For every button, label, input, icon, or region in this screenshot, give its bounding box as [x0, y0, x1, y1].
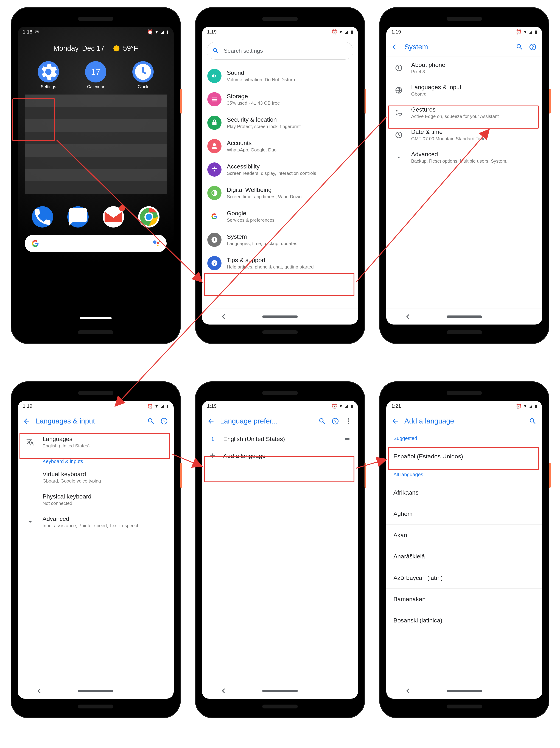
search-button[interactable] [318, 417, 327, 425]
row-sub: Input assistance, Pointer speed, Text-to… [43, 523, 168, 529]
back-button[interactable] [23, 417, 31, 425]
search-placeholder: Search settings [224, 48, 348, 54]
chevron-down-icon [23, 518, 37, 526]
app-settings[interactable]: Settings [36, 61, 61, 89]
lang-item[interactable]: Anarâškielâ [386, 546, 542, 567]
system-screen: 1:19 ⏰▾◢▮ System ? About phone Pixel 3 L… [386, 27, 542, 325]
lang-input-list[interactable]: Languages English (United States) Keyboa… [18, 431, 174, 683]
back-button[interactable] [207, 417, 216, 425]
nav-home-pill[interactable] [446, 315, 482, 318]
row-add-language[interactable]: Add a language [202, 447, 358, 464]
system-row-about-phone[interactable]: About phone Pixel 3 [386, 57, 542, 79]
nav-back-button[interactable] [404, 313, 412, 321]
settings-row-tips-support[interactable]: ? Tips & support Help articles, phone & … [202, 252, 358, 275]
row-title: Google [227, 210, 352, 217]
nav-home-pill[interactable] [446, 689, 482, 692]
back-button[interactable] [391, 43, 400, 51]
settings-row-google[interactable]: Google Services & preferences [202, 205, 358, 228]
settings-row-security-location[interactable]: Security & location Play Protect, screen… [202, 111, 358, 135]
row-current-language[interactable]: 1 English (United States) [202, 431, 358, 447]
lang-suggested[interactable]: Español (Estados Unidos) [386, 446, 542, 467]
app-clock[interactable]: Clock [130, 61, 155, 89]
row-title: Gestures [411, 106, 537, 113]
section-keyboard: Keyboard & inputs [18, 453, 174, 466]
system-row-advanced[interactable]: Advanced Backup, Reset options, Multiple… [386, 146, 542, 168]
svg-point-21 [396, 114, 397, 115]
dock-gmail[interactable] [103, 206, 124, 228]
row-sub: Not connected [43, 500, 168, 506]
a11y-icon [208, 162, 221, 177]
dock-chrome[interactable] [138, 206, 160, 228]
assistant-icon [152, 239, 160, 248]
settings-row-accounts[interactable]: Accounts WhatsApp, Google, Duo [202, 135, 358, 158]
settings-row-digital-wellbeing[interactable]: Digital Wellbeing Screen time, app timer… [202, 181, 358, 205]
search-button[interactable] [516, 43, 524, 51]
dock-phone[interactable] [32, 206, 53, 228]
row-sub: 35% used · 41.43 GB free [227, 100, 352, 106]
nav-back-button[interactable] [220, 313, 227, 321]
alarm-icon: ⏰ [516, 30, 521, 34]
globe-icon [392, 86, 406, 94]
system-nav-bar [386, 683, 542, 699]
settings-list[interactable]: Sound Volume, vibration, Do Not Disturb … [202, 64, 358, 308]
nav-back-button[interactable] [220, 687, 227, 695]
help-button[interactable]: ? [529, 43, 537, 51]
home-screen: 1:18 ✉ ⏰ ▾ ◢ ▮ Monday, Dec 17 | 59°F Set… [18, 27, 174, 325]
system-row-date-time[interactable]: Date & time GMT-07:00 Mountain Standard … [386, 124, 542, 146]
svg-point-29 [348, 423, 349, 424]
row-title: Digital Wellbeing [227, 186, 352, 193]
system-row-languages-input[interactable]: Languages & input Gboard [386, 79, 542, 101]
settings-search[interactable]: Search settings [206, 42, 354, 60]
lang-item[interactable]: Afrikaans [386, 482, 542, 503]
row-title: Accessibility [227, 163, 352, 170]
row-title: About phone [411, 61, 537, 68]
back-button[interactable] [391, 417, 400, 425]
lang-item[interactable]: Bamanakan [386, 589, 542, 610]
row-languages[interactable]: Languages English (United States) [18, 431, 174, 453]
svg-point-6 [157, 245, 159, 246]
lang-item[interactable]: Azərbaycan (latın) [386, 567, 542, 588]
nav-home-pill[interactable] [78, 689, 114, 692]
settings-row-storage[interactable]: Storage 35% used · 41.43 GB free [202, 88, 358, 111]
settings-row-accessibility[interactable]: Accessibility Screen readers, display, i… [202, 158, 358, 181]
help-button[interactable]: ? [332, 417, 340, 425]
system-nav-bar [202, 308, 358, 325]
row-title: Accounts [227, 140, 352, 146]
svg-text:?: ? [532, 45, 534, 49]
language-pref-list[interactable]: 1 English (United States) Add a language [202, 431, 358, 683]
row-advanced[interactable]: Advanced Input assistance, Pointer speed… [18, 511, 174, 533]
search-button[interactable] [529, 417, 537, 425]
settings-row-sound[interactable]: Sound Volume, vibration, Do Not Disturb [202, 64, 358, 88]
row-title: Tips & support [227, 257, 352, 263]
system-list[interactable]: About phone Pixel 3 Languages & input Gb… [386, 57, 542, 308]
info-icon [208, 233, 221, 247]
language-list[interactable]: Suggested Español (Estados Unidos) All l… [386, 431, 542, 683]
status-time: 1:19 [207, 29, 217, 35]
settings-row-system[interactable]: System Languages, time, backup, updates [202, 228, 358, 252]
nav-back-button[interactable] [35, 687, 43, 695]
lang-item[interactable]: Akan [386, 524, 542, 546]
google-search-bar[interactable] [25, 235, 167, 252]
home-date-weather[interactable]: Monday, Dec 17 | 59°F [18, 44, 174, 52]
system-row-gestures[interactable]: Gestures Active Edge on, squeeze for you… [386, 101, 542, 124]
row-physical-keyboard[interactable]: Physical keyboard Not connected [18, 488, 174, 511]
row-sub: Backup, Reset options, Multiple users, S… [411, 158, 537, 164]
drag-handle-icon[interactable] [342, 436, 352, 442]
dock-messages[interactable] [67, 206, 89, 228]
nav-home-pill[interactable] [262, 315, 298, 318]
search-button[interactable] [147, 417, 155, 425]
svg-point-28 [348, 420, 349, 422]
nav-back-button[interactable] [404, 687, 412, 695]
overflow-button[interactable] [344, 417, 353, 425]
appbar-title: Add a language [405, 417, 524, 425]
nav-home-pill[interactable] [262, 689, 298, 692]
home-gesture-pill[interactable] [80, 317, 112, 319]
system-nav-bar [18, 683, 174, 699]
lang-item[interactable]: Aghem [386, 503, 542, 524]
google-g-icon [31, 239, 39, 248]
lang-item[interactable]: Bosanski (latinica) [386, 610, 542, 631]
app-calendar[interactable]: 17 Calendar [83, 61, 108, 89]
row-virtual-keyboard[interactable]: Virtual keyboard Gboard, Google voice ty… [18, 466, 174, 488]
help-button[interactable]: ? [160, 417, 169, 425]
wifi-icon: ▾ [524, 404, 526, 408]
